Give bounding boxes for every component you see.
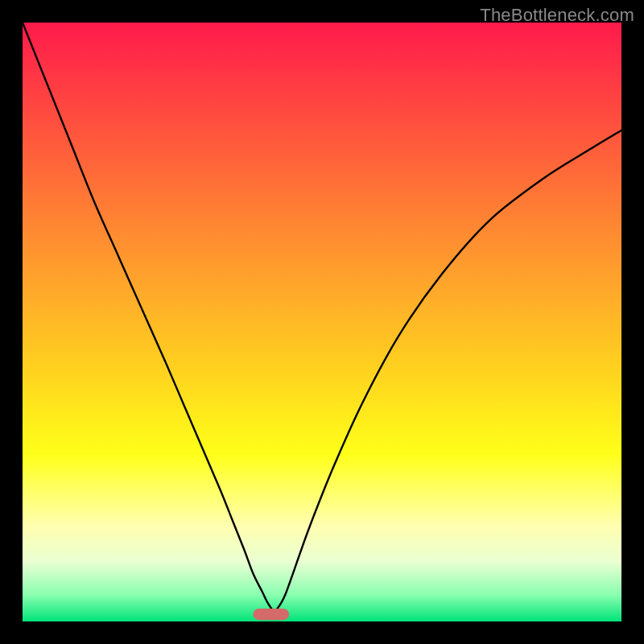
chart-frame: TheBottleneck.com bbox=[0, 0, 644, 644]
plot-area bbox=[23, 23, 621, 621]
gradient-background bbox=[23, 23, 621, 621]
optimal-marker bbox=[253, 609, 289, 620]
bottleneck-chart bbox=[23, 23, 621, 621]
